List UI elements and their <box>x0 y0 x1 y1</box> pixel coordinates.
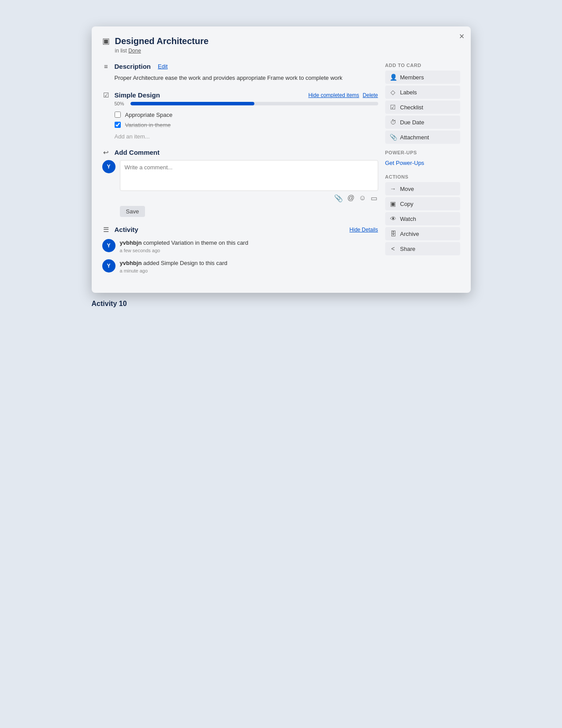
description-section: ≡ Description Edit Proper Architecture e… <box>102 63 378 82</box>
due-date-icon: ⏱ <box>390 119 397 126</box>
archive-icon: 🗄 <box>390 230 397 237</box>
card-header: ▣ Designed Architecture in list Done <box>102 35 460 54</box>
image-icon[interactable]: ▭ <box>371 194 377 202</box>
activity-item-content: yvbhbjn added Simple Design to this card… <box>120 259 227 273</box>
add-item-row: Add an item... <box>115 133 378 140</box>
mention-icon[interactable]: @ <box>347 194 354 202</box>
labels-button[interactable]: ◇ Labels <box>385 86 460 99</box>
card-header-content: Designed Architecture in list Done <box>115 35 209 54</box>
archive-label: Archive <box>400 231 419 237</box>
attachment-icon[interactable]: 📎 <box>334 194 343 202</box>
comment-area: Y 📎 @ ☺ ▭ Save <box>102 160 378 217</box>
avatar: Y <box>102 239 115 252</box>
card-modal: × ▣ Designed Architecture in list Done ≡… <box>92 26 471 293</box>
activity-title: Activity <box>115 226 138 233</box>
card-title: Designed Architecture <box>115 35 209 47</box>
members-button[interactable]: 👤 Members <box>385 71 460 84</box>
hide-details-link[interactable]: Hide Details <box>350 227 378 233</box>
avatar: Y <box>102 259 115 273</box>
comment-header: ↩ Add Comment <box>102 149 378 157</box>
move-icon: → <box>390 185 397 192</box>
comment-title: Add Comment <box>115 149 160 156</box>
attachment-button[interactable]: 📎 Attachment <box>385 131 460 144</box>
archive-button[interactable]: 🗄 Archive <box>385 227 460 240</box>
members-icon: 👤 <box>390 74 397 81</box>
description-icon: ≡ <box>102 63 110 70</box>
watch-label: Watch <box>400 216 416 222</box>
checklist-add-icon: ☑ <box>390 104 397 111</box>
labels-icon: ◇ <box>390 89 397 96</box>
comment-icon: ↩ <box>102 149 110 157</box>
checklist-item: Variation in theme <box>115 120 378 130</box>
card-list-ref: in list Done <box>115 48 209 54</box>
modal-body: ≡ Description Edit Proper Architecture e… <box>102 63 460 282</box>
comment-input-wrap: 📎 @ ☺ ▭ Save <box>120 160 378 217</box>
progress-bar-fill <box>130 102 254 105</box>
labels-label: Labels <box>400 89 417 96</box>
progress-label: 50% <box>115 101 127 106</box>
activity-item-text: yvbhbjn added Simple Design to this card <box>120 259 227 267</box>
activity-item-text: yvbhbjn completed Variation in theme on … <box>120 239 249 247</box>
checklist-checkbox-2[interactable] <box>115 122 121 128</box>
activity-section: ☰ Activity Hide Details Y yvbhbjn comple… <box>102 226 378 273</box>
description-body: Proper Architecture ease the work and pr… <box>115 74 378 82</box>
checklist-icon: ☑ <box>102 91 110 99</box>
checklist-actions: Hide completed items Delete <box>308 92 378 98</box>
checklist-header: ☑ Simple Design Hide completed items Del… <box>102 91 378 99</box>
page-bottom-label: Activity 10 <box>92 300 471 308</box>
list-link[interactable]: Done <box>128 48 141 54</box>
avatar: Y <box>102 160 115 173</box>
actions-label: ACTIONS <box>385 174 460 179</box>
share-label: Share <box>400 246 416 252</box>
activity-item-time: a minute ago <box>120 268 227 273</box>
checklist-add-button[interactable]: ☑ Checklist <box>385 101 460 114</box>
checklist-title: Simple Design <box>115 91 160 99</box>
get-power-ups-link[interactable]: Get Power-Ups <box>385 158 460 168</box>
progress-bar-bg <box>130 102 378 105</box>
move-label: Move <box>400 186 414 192</box>
checklist-item-label-2: Variation in theme <box>125 122 171 128</box>
emoji-icon[interactable]: ☺ <box>359 194 366 202</box>
attachment-btn-icon: 📎 <box>390 134 397 141</box>
watch-icon: 👁 <box>390 215 397 222</box>
card-type-icon: ▣ <box>102 36 110 46</box>
add-item-placeholder[interactable]: Add an item... <box>115 131 150 142</box>
close-button[interactable]: × <box>459 32 465 41</box>
due-date-button[interactable]: ⏱ Due Date <box>385 116 460 129</box>
checklist-item-label-1: Appropriate Space <box>125 112 173 118</box>
activity-item-content: yvbhbjn completed Variation in theme on … <box>120 239 249 253</box>
checklist-items: Appropriate Space Variation in theme <box>115 110 378 130</box>
description-edit-link[interactable]: Edit <box>158 63 167 70</box>
comment-save-button[interactable]: Save <box>120 206 145 217</box>
copy-icon: ▣ <box>390 200 397 207</box>
hide-completed-link[interactable]: Hide completed items <box>308 92 359 98</box>
power-ups-label: POWER-UPS <box>385 150 460 155</box>
activity-icon: ☰ <box>102 226 110 234</box>
delete-checklist-link[interactable]: Delete <box>363 92 378 98</box>
move-button[interactable]: → Move <box>385 182 460 195</box>
copy-button[interactable]: ▣ Copy <box>385 197 460 210</box>
members-label: Members <box>400 74 424 81</box>
activity-item: Y yvbhbjn added Simple Design to this ca… <box>102 259 378 273</box>
comment-textarea[interactable] <box>120 160 378 191</box>
attachment-label: Attachment <box>400 134 429 141</box>
share-button[interactable]: < Share <box>385 242 460 255</box>
modal-sidebar: ADD TO CARD 👤 Members ◇ Labels ☑ Checkli… <box>385 63 460 282</box>
checklist-add-label: Checklist <box>400 104 424 111</box>
activity-item: Y yvbhbjn completed Variation in theme o… <box>102 239 378 253</box>
copy-label: Copy <box>400 201 413 207</box>
checklist-checkbox-1[interactable] <box>115 112 121 118</box>
description-header: ≡ Description Edit <box>102 63 378 70</box>
watch-button[interactable]: 👁 Watch <box>385 212 460 225</box>
checklist-header-left: ☑ Simple Design <box>102 91 160 99</box>
due-date-label: Due Date <box>400 119 424 126</box>
activity-header-left: ☰ Activity <box>102 226 138 234</box>
add-to-card-label: ADD TO CARD <box>385 63 460 68</box>
activity-header: ☰ Activity Hide Details <box>102 226 378 234</box>
comment-toolbar: 📎 @ ☺ ▭ <box>120 194 378 202</box>
comment-section: ↩ Add Comment Y 📎 @ ☺ ▭ <box>102 149 378 217</box>
share-icon: < <box>390 245 397 252</box>
checklist-section: ☑ Simple Design Hide completed items Del… <box>102 91 378 140</box>
checklist-progress-wrap: 50% <box>115 101 378 106</box>
checklist-item: Appropriate Space <box>115 110 378 120</box>
